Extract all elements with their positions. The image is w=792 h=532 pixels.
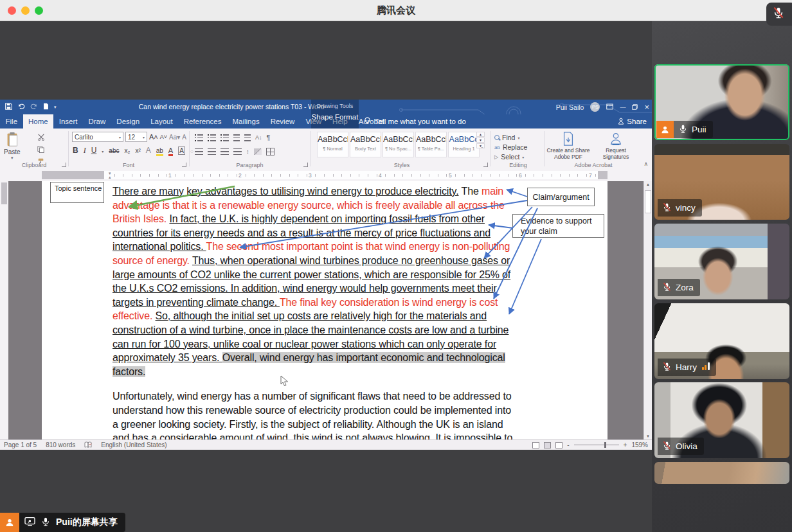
callout-claim-argument[interactable]: Claim/argument — [527, 188, 595, 206]
tab-shape-format[interactable]: Shape Format — [311, 113, 359, 121]
video-tile-zora[interactable]: Zora — [654, 224, 789, 299]
request-signatures-button[interactable]: Request Signatures — [594, 132, 638, 160]
paste-button[interactable]: Paste ▾ — [4, 132, 21, 161]
print-layout-icon[interactable] — [544, 442, 551, 448]
subscript-button[interactable]: x₂ — [124, 147, 130, 154]
customize-qat-dropdown-icon[interactable]: ▾ — [54, 105, 57, 110]
video-tile-olivia[interactable]: Olivia — [654, 382, 789, 458]
zoom-window-button[interactable] — [35, 6, 43, 15]
text-line[interactable]: source of energy. Thus, when operational… — [113, 254, 512, 268]
font-name-combo[interactable]: Carlito▾ — [72, 132, 123, 142]
zoom-level[interactable]: 159% — [631, 441, 648, 448]
text-line[interactable]: and has a considerable amount of wind, t… — [113, 431, 512, 439]
clear-formatting-icon[interactable]: A — [182, 134, 186, 141]
text-line[interactable]: can run for 100 years, unlike coal or nu… — [113, 337, 512, 351]
italic-button[interactable]: I — [84, 146, 86, 155]
align-right-icon[interactable] — [221, 148, 229, 155]
style-chip-body-text[interactable]: AaBbCcDdBody Text — [350, 132, 381, 157]
video-tile-vincy[interactable]: vincy — [654, 144, 789, 220]
text-line[interactable]: understand how this renewable source of … — [113, 403, 512, 418]
screen-share-indicator[interactable]: Puii的屏幕共享 — [0, 513, 125, 532]
multilevel-list-icon[interactable] — [221, 134, 229, 141]
cut-icon[interactable] — [37, 134, 45, 142]
styles-scroll-down-icon[interactable]: ▼ — [476, 137, 485, 143]
undo-button[interactable] — [17, 103, 25, 111]
clipboard-dialog-launcher[interactable] — [62, 163, 66, 167]
redo-button[interactable] — [30, 103, 38, 111]
scroll-up-icon[interactable]: ▲ — [644, 182, 652, 186]
bold-button[interactable]: B — [73, 146, 78, 155]
scrollbar-thumb[interactable] — [645, 190, 651, 213]
highlight-color-icon[interactable]: ab — [156, 147, 163, 156]
meeting-mute-button[interactable] — [766, 3, 792, 26]
change-case-icon[interactable]: Aa▾ — [169, 134, 180, 141]
show-hide-pilcrow-icon[interactable]: ¶ — [267, 134, 271, 141]
text-line[interactable]: advantage is that it is a renewable ener… — [113, 199, 512, 213]
tab-draw[interactable]: Draw — [83, 114, 111, 129]
video-tile-partial[interactable] — [654, 462, 789, 484]
close-button[interactable]: × — [644, 102, 649, 112]
callout-evidence[interactable]: Evidence to support your claim — [512, 214, 604, 238]
new-document-icon[interactable] — [43, 103, 49, 111]
hanging-indent-marker[interactable]: ▴ — [109, 175, 111, 179]
copy-icon[interactable] — [37, 146, 45, 154]
text-line[interactable]: approximately 35 years. Overall, wind en… — [113, 351, 512, 365]
vertical-ruler[interactable] — [0, 169, 8, 439]
grow-font-icon[interactable]: A˄ — [149, 133, 158, 141]
text-line[interactable]: a greener looking society. Firstly, is t… — [113, 418, 512, 432]
text-effects-icon[interactable]: A — [146, 146, 151, 155]
tell-me-box[interactable]: Tell me what you want to do — [364, 114, 466, 129]
document-canvas[interactable]: There are many key advantages to utilisi… — [0, 181, 652, 439]
character-shading-icon[interactable]: A — [178, 146, 185, 155]
zoom-out-button[interactable]: - — [567, 441, 569, 448]
text-line[interactable]: large amounts of CO2 unlike the current … — [113, 268, 512, 282]
replace-button[interactable]: abReplace — [494, 143, 527, 151]
styles-more-icon[interactable]: ▼̲ — [476, 143, 485, 148]
video-tile-harry[interactable]: Harry — [654, 303, 789, 379]
page-indicator[interactable]: Page 1 of 5 — [4, 441, 37, 448]
text-line[interactable]: factors. — [113, 365, 512, 379]
save-icon[interactable] — [5, 103, 12, 111]
zoom-in-button[interactable]: + — [624, 441, 627, 448]
minimize-window-button[interactable] — [21, 6, 30, 15]
zoom-slider-thumb[interactable] — [604, 442, 606, 448]
vertical-scrollbar[interactable]: ▲ ▼ — [644, 181, 652, 439]
styles-dialog-launcher[interactable] — [483, 163, 488, 167]
font-size-combo[interactable]: 12▾ — [125, 132, 147, 142]
select-button[interactable]: ▷Select▾ — [494, 153, 527, 161]
user-avatar[interactable]: PS — [590, 102, 600, 112]
scroll-down-icon[interactable]: ▼ — [644, 434, 652, 438]
decrease-indent-icon[interactable] — [233, 134, 240, 141]
tab-review[interactable]: Review — [265, 114, 300, 129]
close-window-button[interactable] — [8, 6, 16, 15]
strikethrough-button[interactable]: abc — [109, 147, 119, 154]
increase-indent-icon[interactable] — [244, 134, 251, 141]
text-line[interactable]: effective. So, although the initial set … — [113, 309, 512, 323]
tab-file[interactable]: File — [0, 114, 23, 129]
superscript-button[interactable]: x² — [135, 147, 140, 154]
callout-topic-sentence[interactable]: Topic sentence — [50, 182, 104, 203]
shrink-font-icon[interactable]: A˅ — [160, 134, 167, 140]
web-layout-icon[interactable] — [555, 442, 562, 448]
font-color-icon[interactable]: A — [168, 146, 173, 156]
borders-icon[interactable] — [266, 148, 274, 155]
style-chip--no-spac-[interactable]: AaBbCcDd¶ No Spac... — [382, 132, 414, 157]
style-chip-heading-1[interactable]: AaBbCcHeading 1 — [448, 132, 480, 157]
text-line[interactable]: countries for its energy needs and as a … — [113, 226, 512, 240]
tab-insert[interactable]: Insert — [53, 114, 83, 129]
ribbon-display-options-icon[interactable] — [606, 103, 613, 111]
signed-in-user[interactable]: Puii Sailo — [556, 103, 584, 111]
underline-button[interactable]: U — [91, 146, 97, 155]
text-line[interactable]: the U.K.s CO2 emissions. In addition, wi… — [113, 281, 512, 296]
styles-scroll-up-icon[interactable]: ▲ — [476, 132, 485, 137]
text-line[interactable]: There are many key advantages to utilisi… — [113, 184, 512, 199]
style-chip--normal[interactable]: AaBbCcDd¶ Normal — [317, 132, 348, 157]
video-tile-puii[interactable]: Puii — [654, 64, 789, 140]
font-dialog-launcher[interactable] — [182, 163, 186, 167]
align-left-icon[interactable] — [195, 148, 203, 155]
tab-design[interactable]: Design — [111, 114, 145, 129]
create-share-pdf-button[interactable]: Create and Share Adobe PDF — [546, 132, 590, 160]
restore-button[interactable] — [632, 103, 638, 111]
paragraph-dialog-launcher[interactable] — [303, 163, 308, 167]
text-line[interactable]: Unfortunately, wind energy has a number … — [113, 389, 512, 403]
